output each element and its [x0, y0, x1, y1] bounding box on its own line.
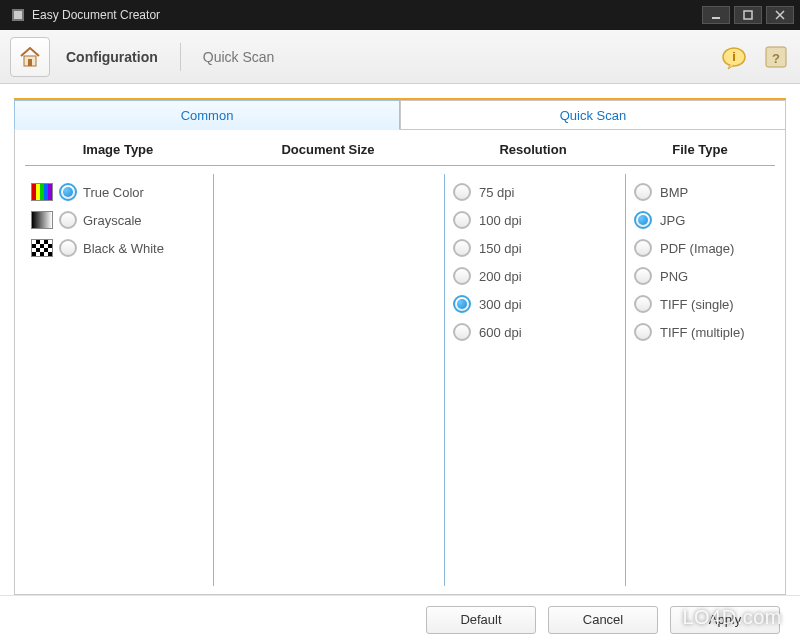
option-black-white[interactable]: Black & White	[31, 234, 205, 262]
radio-icon	[453, 323, 471, 341]
swatch-bw-icon	[31, 239, 53, 257]
option-label: True Color	[83, 185, 144, 200]
svg-text:?: ?	[772, 51, 780, 66]
option-grayscale[interactable]: Grayscale	[31, 206, 205, 234]
swatch-gray-icon	[31, 211, 53, 229]
svg-text:i: i	[732, 49, 736, 64]
radio-icon	[453, 183, 471, 201]
option-tiff-multiple[interactable]: TIFF (multiple)	[634, 318, 769, 346]
option-png[interactable]: PNG	[634, 262, 769, 290]
option-label: Black & White	[83, 241, 164, 256]
close-button[interactable]	[766, 6, 794, 24]
radio-icon	[59, 211, 77, 229]
info-icon[interactable]: i	[720, 43, 748, 71]
breadcrumb-divider	[180, 43, 181, 71]
radio-icon	[634, 211, 652, 229]
option-label: 300 dpi	[479, 297, 522, 312]
radio-icon	[453, 267, 471, 285]
option-label: 600 dpi	[479, 325, 522, 340]
svg-rect-3	[744, 11, 752, 19]
option-150dpi[interactable]: 150 dpi	[453, 234, 617, 262]
radio-icon	[453, 239, 471, 257]
header-file-type: File Type	[623, 142, 777, 157]
radio-icon	[634, 295, 652, 313]
header-document-size: Document Size	[213, 142, 443, 157]
option-label: PDF (Image)	[660, 241, 734, 256]
minimize-button[interactable]	[702, 6, 730, 24]
column-headers: Image Type Document Size Resolution File…	[15, 130, 785, 165]
option-tiff-single[interactable]: TIFF (single)	[634, 290, 769, 318]
swatch-color-icon	[31, 183, 53, 201]
radio-icon	[453, 211, 471, 229]
header-resolution: Resolution	[443, 142, 623, 157]
radio-icon	[634, 323, 652, 341]
header-divider	[25, 165, 775, 166]
option-label: TIFF (multiple)	[660, 325, 745, 340]
button-row: Default Cancel Apply	[0, 595, 800, 643]
column-image-type: True Color Grayscale Black & White	[23, 174, 213, 586]
svg-rect-5	[28, 59, 32, 66]
svg-rect-2	[712, 17, 720, 19]
option-200dpi[interactable]: 200 dpi	[453, 262, 617, 290]
option-300dpi[interactable]: 300 dpi	[453, 290, 617, 318]
maximize-button[interactable]	[734, 6, 762, 24]
app-icon	[10, 7, 26, 23]
breadcrumb-quick-scan: Quick Scan	[203, 49, 275, 65]
breadcrumb-configuration[interactable]: Configuration	[66, 49, 158, 65]
app-window: Easy Document Creator Configuration Quic…	[0, 0, 800, 643]
option-label: BMP	[660, 185, 688, 200]
option-label: 75 dpi	[479, 185, 514, 200]
radio-icon	[59, 239, 77, 257]
header-image-type: Image Type	[23, 142, 213, 157]
option-label: 150 dpi	[479, 241, 522, 256]
radio-icon	[634, 183, 652, 201]
default-button[interactable]: Default	[426, 606, 536, 634]
column-resolution: 75 dpi 100 dpi 150 dpi 200 dpi	[445, 174, 625, 586]
cancel-button[interactable]: Cancel	[548, 606, 658, 634]
settings-panel: Image Type Document Size Resolution File…	[14, 130, 786, 595]
window-title: Easy Document Creator	[32, 8, 700, 22]
radio-icon	[634, 267, 652, 285]
option-label: Grayscale	[83, 213, 142, 228]
option-100dpi[interactable]: 100 dpi	[453, 206, 617, 234]
tabs: Common Quick Scan	[14, 100, 786, 130]
radio-icon	[453, 295, 471, 313]
column-file-type: BMP JPG PDF (Image) PNG	[626, 174, 777, 586]
option-true-color[interactable]: True Color	[31, 178, 205, 206]
tab-quick-scan[interactable]: Quick Scan	[400, 100, 786, 130]
titlebar: Easy Document Creator	[0, 0, 800, 30]
help-icon[interactable]: ?	[762, 43, 790, 71]
option-jpg[interactable]: JPG	[634, 206, 769, 234]
apply-button[interactable]: Apply	[670, 606, 780, 634]
columns-body: True Color Grayscale Black & White	[15, 174, 785, 594]
option-600dpi[interactable]: 600 dpi	[453, 318, 617, 346]
option-bmp[interactable]: BMP	[634, 178, 769, 206]
option-75dpi[interactable]: 75 dpi	[453, 178, 617, 206]
option-pdf-image[interactable]: PDF (Image)	[634, 234, 769, 262]
content-area: Common Quick Scan Image Type Document Si…	[0, 84, 800, 595]
option-label: PNG	[660, 269, 688, 284]
toolbar: Configuration Quick Scan i ?	[0, 30, 800, 84]
option-label: JPG	[660, 213, 685, 228]
option-label: TIFF (single)	[660, 297, 734, 312]
tab-common[interactable]: Common	[14, 100, 400, 130]
radio-icon	[634, 239, 652, 257]
svg-rect-1	[14, 11, 22, 19]
option-label: 200 dpi	[479, 269, 522, 284]
home-button[interactable]	[10, 37, 50, 77]
option-label: 100 dpi	[479, 213, 522, 228]
radio-icon	[59, 183, 77, 201]
column-document-size	[214, 174, 444, 586]
